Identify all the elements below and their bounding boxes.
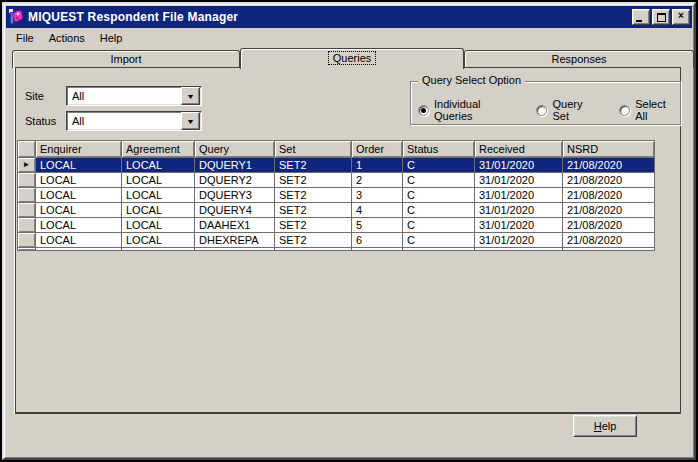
chevron-down-icon: ▼ [186, 118, 195, 125]
grid-cell[interactable]: DAAHEX1 [195, 218, 275, 233]
menu-file[interactable]: File [9, 30, 42, 46]
grid-cell[interactable]: C [403, 188, 475, 203]
grid-cell[interactable]: 31/01/2020 [475, 233, 563, 248]
query-select-option-group: Query Select Option Individual Queries Q… [410, 81, 681, 125]
radio-option-query-set[interactable]: Query Set [536, 98, 597, 122]
grid-cell[interactable]: 21/08/2020 [563, 218, 655, 233]
grid-cell[interactable]: SET2 [275, 233, 352, 248]
tab-import[interactable]: Import [12, 50, 240, 68]
grid-cell[interactable]: 2 [352, 173, 403, 188]
menu-help[interactable]: Help [93, 30, 131, 46]
row-selector-cell[interactable]: ► [18, 158, 36, 173]
grid-cell[interactable]: 1 [352, 158, 403, 173]
grid-cell[interactable]: LOCAL [122, 203, 195, 218]
grid-cell[interactable]: DHEXREPA [195, 233, 275, 248]
maximize-button[interactable] [652, 9, 670, 25]
radio-option-select-all[interactable]: Select All [619, 98, 676, 122]
queries-tab-panel: Site All ▼ Status All ▼ Query Select Opt… [15, 67, 681, 414]
grid-partial-row [18, 248, 655, 251]
status-combobox-dropdown-button[interactable]: ▼ [181, 112, 200, 130]
grid-cell[interactable]: SET2 [275, 188, 352, 203]
row-selector-cell[interactable] [18, 188, 36, 203]
grid-row[interactable]: LOCALLOCALDAAHEX1SET25C31/01/202021/08/2… [18, 218, 655, 233]
grid-cell[interactable]: LOCAL [36, 158, 122, 173]
grid-cell[interactable]: C [403, 233, 475, 248]
grid-cell[interactable]: SET2 [275, 203, 352, 218]
status-label: Status [25, 115, 56, 127]
grid-cell[interactable]: 21/08/2020 [563, 173, 655, 188]
grid-cell[interactable]: 31/01/2020 [475, 218, 563, 233]
minimize-button[interactable] [632, 9, 650, 25]
grid-cell[interactable]: C [403, 173, 475, 188]
grid-cell[interactable]: DQUERY1 [195, 158, 275, 173]
tab-responses[interactable]: Responses [464, 50, 694, 68]
radio-button-icon[interactable] [536, 105, 547, 116]
grid-row[interactable]: ►LOCALLOCALDQUERY1SET21C31/01/202021/08/… [18, 158, 655, 173]
grid-cell[interactable]: LOCAL [36, 188, 122, 203]
grid-cell[interactable]: C [403, 158, 475, 173]
site-combobox-value: All [67, 90, 181, 102]
query-grid-table: EnquirerAgreementQuerySetOrderStatusRece… [17, 140, 655, 251]
site-label: Site [25, 90, 44, 102]
grid-cell[interactable]: C [403, 203, 475, 218]
grid-cell[interactable]: DQUERY4 [195, 203, 275, 218]
grid-cell[interactable]: LOCAL [36, 233, 122, 248]
grid-cell[interactable]: LOCAL [122, 173, 195, 188]
row-selector-cell[interactable] [18, 233, 36, 248]
grid-column-header-order: Order [352, 141, 403, 158]
grid-cell[interactable]: 31/01/2020 [475, 158, 563, 173]
grid-cell[interactable]: LOCAL [122, 233, 195, 248]
row-selector-cell[interactable] [18, 203, 36, 218]
grid-row[interactable]: LOCALLOCALDQUERY3SET23C31/01/202021/08/2… [18, 188, 655, 203]
grid-cell[interactable]: C [403, 218, 475, 233]
grid-cell[interactable]: 31/01/2020 [475, 188, 563, 203]
grid-column-header-set: Set [275, 141, 352, 158]
grid-column-header-query: Query [195, 141, 275, 158]
grid-cell[interactable]: 21/08/2020 [563, 188, 655, 203]
grid-cell[interactable]: 6 [352, 233, 403, 248]
grid-cell[interactable]: LOCAL [122, 158, 195, 173]
grid-column-header-received: Received [475, 141, 563, 158]
minimize-icon [636, 20, 642, 22]
row-selector-cell[interactable] [18, 218, 36, 233]
grid-cell[interactable]: DQUERY3 [195, 188, 275, 203]
query-select-option-legend: Query Select Option [418, 74, 525, 86]
close-icon: × [678, 11, 684, 21]
grid-cell[interactable]: 4 [352, 203, 403, 218]
grid-cell[interactable]: 3 [352, 188, 403, 203]
grid-cell[interactable]: 5 [352, 218, 403, 233]
grid-cell[interactable]: DQUERY2 [195, 173, 275, 188]
grid-cell[interactable]: LOCAL [122, 218, 195, 233]
grid-cell[interactable]: LOCAL [36, 173, 122, 188]
grid-row[interactable]: LOCALLOCALDHEXREPASET26C31/01/202021/08/… [18, 233, 655, 248]
close-button[interactable]: × [672, 9, 690, 25]
grid-cell[interactable]: 21/08/2020 [563, 203, 655, 218]
grid-column-header-agreement: Agreement [122, 141, 195, 158]
grid-header-row: EnquirerAgreementQuerySetOrderStatusRece… [18, 141, 655, 158]
grid-row[interactable]: LOCALLOCALDQUERY4SET24C31/01/202021/08/2… [18, 203, 655, 218]
grid-cell[interactable]: 21/08/2020 [563, 233, 655, 248]
site-combobox[interactable]: All ▼ [66, 86, 202, 106]
grid-cell[interactable]: SET2 [275, 158, 352, 173]
grid-cell[interactable]: LOCAL [36, 218, 122, 233]
grid-cell[interactable]: 31/01/2020 [475, 173, 563, 188]
radio-label: Select All [635, 98, 676, 122]
grid-cell[interactable]: SET2 [275, 173, 352, 188]
radio-option-individual-queries[interactable]: Individual Queries [418, 98, 514, 122]
radio-button-icon[interactable] [418, 105, 429, 116]
grid-row[interactable]: LOCALLOCALDQUERY2SET22C31/01/202021/08/2… [18, 173, 655, 188]
grid-cell[interactable]: LOCAL [122, 188, 195, 203]
status-combobox[interactable]: All ▼ [66, 111, 202, 131]
radio-button-icon[interactable] [619, 105, 630, 116]
help-button[interactable]: Help [573, 415, 637, 437]
menu-actions[interactable]: Actions [42, 30, 93, 46]
grid-cell[interactable]: 21/08/2020 [563, 158, 655, 173]
tab-queries[interactable]: Queries [240, 48, 464, 69]
row-selector-cell[interactable] [18, 173, 36, 188]
grid-cell[interactable]: LOCAL [36, 203, 122, 218]
title-bar: MIQUEST Respondent File Manager × [6, 6, 692, 28]
grid-cell[interactable]: SET2 [275, 218, 352, 233]
radio-label: Query Set [552, 98, 597, 122]
grid-cell[interactable]: 31/01/2020 [475, 203, 563, 218]
site-combobox-dropdown-button[interactable]: ▼ [181, 87, 200, 105]
